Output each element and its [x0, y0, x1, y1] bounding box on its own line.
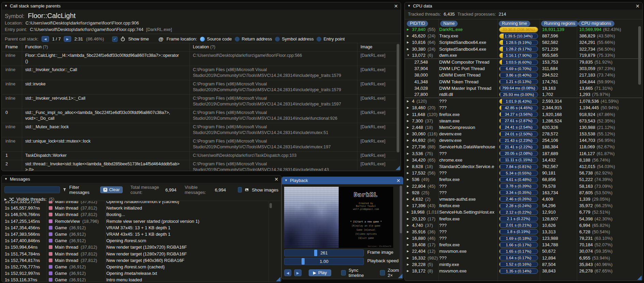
expand-icon[interactable]: ▶ [407, 171, 410, 174]
cpu-row[interactable]: ▶4,740(37)???2.01 s (0.21%)10,6266,994(6… [405, 222, 642, 229]
callstack-row[interactable]: inlinestd::unique_lock<std::mutex>::lock… [2, 137, 396, 152]
cpu-scrollbar[interactable] [638, 26, 641, 85]
expand-icon[interactable]: ▶ [407, 34, 410, 37]
close-icon[interactable]: ✕ [274, 177, 278, 182]
resize-grip[interactable] [276, 277, 280, 281]
step-forward-button[interactable]: ▶ [294, 269, 301, 276]
message-row[interactable]: 1s 146,576,766nsMain thread(37,812)Booti… [2, 211, 281, 218]
cpu-row[interactable]: ▶2,448(18)MemCompression24.41 s (2.54%)6… [405, 124, 642, 131]
message-row[interactable]: 1s 120,333,272nsMain thread(37,812)Openi… [2, 201, 281, 205]
expand-icon[interactable]: ▶ [407, 145, 410, 148]
expand-icon[interactable]: ▶ [407, 224, 410, 227]
cpu-row[interactable]: 27,548DWM Compositor Thread1:03.5 (6.60%… [405, 59, 642, 65]
step-back-button[interactable]: ◀ [284, 269, 291, 276]
cpu-row[interactable]: 27,800ntdll.dll25.93 ms (0.00%)1,7021,29… [405, 91, 642, 98]
cpu-row[interactable]: ▶20,120(17)firefox.exe2.1 s (0.22%)128,6… [405, 215, 642, 222]
cpu-row[interactable]: ▶8,628(18)StandardCollector.Service.e7.8… [405, 163, 642, 170]
playback-titlebar[interactable]: ▼ Playback ✕ [282, 177, 403, 184]
column-running-time[interactable]: Running time [499, 21, 530, 27]
expand-icon[interactable]: ▶ [407, 263, 410, 266]
cpu-row[interactable]: ▶34,420(65)chrome.exe11.11 s (1.15%)14,4… [405, 157, 642, 163]
next-callstack-button[interactable]: ▶ [64, 36, 71, 42]
cpu-row[interactable]: ▶18,968(1,018)ServiceHub.SettingsHost.ex… [405, 209, 642, 215]
cpu-row[interactable]: ▶37,840(55)DarkRL.exe33:30.8 (208.96%)16… [405, 26, 642, 33]
expand-icon[interactable]: ▶ [407, 132, 410, 135]
play-button[interactable]: ▶Play [309, 269, 332, 276]
expand-icon[interactable]: ▶ [407, 119, 410, 122]
cpu-row[interactable]: ▶22,804(45)???3.78 s (0.39%)79,57858,163… [405, 183, 642, 189]
close-icon[interactable]: ✕ [635, 4, 640, 9]
cpu-row[interactable]: ▶30,380(24)ScriptedSandbox64.exe1:28.2 (… [405, 46, 642, 52]
message-row[interactable]: 1s 152,764,817nsMain thread(37,812)New r… [2, 257, 281, 264]
show-images-checkbox[interactable] [238, 187, 242, 193]
expand-icon[interactable]: ▶ [407, 256, 410, 260]
cpu-row[interactable]: ▶17,396(43)firefox.exe2.28 s (0.24%)54,2… [405, 202, 642, 209]
cpu-row[interactable]: 41,348DWM Token Thread1.21 s (0.13%)174,… [405, 79, 642, 85]
column-cpu-migrations[interactable]: CPU migrations [578, 21, 614, 27]
expand-icon[interactable]: ▶ [407, 178, 410, 181]
messages-scrollbar[interactable] [270, 203, 272, 208]
cpu-row[interactable]: ▶28,228(5)mintty.exe1.52 s (0.16%)87,504… [405, 261, 642, 268]
cpu-row[interactable]: ▶7,300(37)steam.exe27.61 s (2.87%)1,286,… [405, 118, 642, 124]
expand-icon[interactable]: ▶ [407, 100, 410, 103]
cpu-row[interactable]: 38,000uDWM Event Thread3.86 s (0.40%)294… [405, 72, 642, 78]
message-row[interactable]: 1s 147,354,456nsGame(36,912)VRAM 37x45: … [2, 224, 281, 231]
cpu-row[interactable]: ▶3,536(75)???20.05 s (2.08%)187,689116,1… [405, 150, 642, 157]
cpu-row[interactable]: ▶16,880(46)???1.69 s (0.18%)123,98878,23… [405, 235, 642, 242]
collapse-icon[interactable]: ▼ [285, 179, 288, 182]
expand-icon[interactable]: ▶ [407, 139, 410, 142]
prev-callstack-button[interactable]: ◀ [42, 36, 49, 42]
expand-icon[interactable]: ▶ [407, 191, 410, 194]
expand-icon[interactable]: ▶ [407, 237, 410, 240]
message-row[interactable]: 1s 153,116,37nsGame(36,912)Intro menu lo… [2, 277, 281, 282]
expand-icon[interactable]: ▶ [407, 48, 410, 51]
expand-icon[interactable]: ▶ [407, 159, 410, 162]
playback-scrollbar[interactable] [400, 186, 402, 233]
sync-timeline-checkbox[interactable] [341, 270, 346, 276]
expand-icon[interactable]: ▶ [407, 204, 410, 207]
callstack-row[interactable]: 0std::_Func_impl_no_alloc<<lambda_5bc224… [2, 109, 396, 123]
callstack-row[interactable]: 2std::thread::_Invoke<std::tuple<<lambda… [2, 160, 396, 171]
slider-thumb[interactable] [314, 250, 317, 256]
cpu-row[interactable]: ▶44,692(84)devenv.exe21.43 s (2.23%)254,… [405, 137, 642, 144]
callstack-row[interactable]: inlinestd::_Invoker_ret<void,1>::_CallC:… [2, 95, 396, 109]
message-row[interactable]: 1s 147,383,566nsGame(36,912)VRAM 43x45: … [2, 231, 281, 237]
cpu-row[interactable]: ▶22,404(12)msvsmon.exe1.65 s (0.17%)50,6… [405, 248, 642, 254]
radio-entry-point[interactable]: Entry point [317, 36, 344, 41]
expand-icon[interactable]: ▶ [407, 185, 410, 188]
cpu-row[interactable]: 34,028DWM Master Input Thread799.64 ms (… [405, 85, 642, 91]
expand-icon[interactable]: ▶ [407, 269, 410, 272]
expand-icon[interactable]: ▶ [407, 165, 410, 168]
cpu-row[interactable]: ▶4(120)???1:01.9 (6.43%)2,593,3141,078,5… [405, 98, 642, 104]
expand-icon[interactable]: ▶ [407, 217, 410, 220]
expand-icon[interactable]: ▼ [407, 54, 410, 57]
column-pid-tid[interactable]: PID/TID [407, 21, 428, 27]
expand-icon[interactable]: ▶ [4, 198, 7, 201]
clear-button[interactable]: ✕ Clear [100, 186, 123, 193]
show-time-checkbox[interactable]: ✓ [112, 36, 118, 42]
expand-icon[interactable]: ▶ [407, 126, 410, 129]
cpu-row[interactable]: 37,904DWM LPC Port Thread6.69 s (0.70%)3… [405, 65, 642, 72]
collapse-icon[interactable]: ▼ [408, 4, 411, 7]
cpu-row[interactable]: ▶35,916(36)???1.8 s (0.19%)13,3136,728(5… [405, 229, 642, 235]
radio-return-address[interactable]: Return address [235, 36, 272, 41]
expand-icon[interactable]: ▶ [407, 28, 410, 31]
resize-grip[interactable] [637, 276, 642, 280]
callstack-scrollbar[interactable] [397, 44, 399, 152]
cpu-row[interactable]: ▼13,072(6)dwm.exe1:16.1 (7.90%)955,58571… [405, 52, 642, 59]
cpu-row[interactable]: ▶30,060(116)devenv.exe24.01 s (2.50%)278… [405, 131, 642, 137]
radio-source-code[interactable]: Source code [200, 36, 232, 41]
expand-icon[interactable]: ▶ [407, 41, 410, 44]
expand-icon[interactable]: ▶ [407, 250, 410, 253]
playback-speed-slider[interactable]: 1.00 [284, 258, 364, 265]
cpu-row[interactable]: ▶18,172(8)msvsmon.exe1.35 s (0.14%)38,84… [405, 268, 642, 274]
resize-grip[interactable] [396, 166, 400, 170]
cpu-row[interactable]: ▶18,460(20)???42.85 s (4.45%)2,344,9151,… [405, 104, 642, 111]
cpu-row[interactable]: ▶18,408(17)firefox.exe1.66 s (0.17%)134,… [405, 242, 642, 248]
expand-icon[interactable]: ▶ [407, 230, 410, 233]
expand-icon[interactable]: ▶ [407, 243, 410, 246]
cpu-row[interactable]: ▶16,332(982)???1.64 s (0.17%)12,8946,955… [405, 255, 642, 261]
frame-image-slider[interactable]: 261 [284, 249, 364, 256]
cpu-row[interactable]: ▶27,736(88)ServiceHub.DataWarehouse21.41… [405, 144, 642, 150]
cpu-row[interactable]: ▶45,620(24)Tracy.exe1:39.5 (10.34%)887,5… [405, 33, 642, 39]
